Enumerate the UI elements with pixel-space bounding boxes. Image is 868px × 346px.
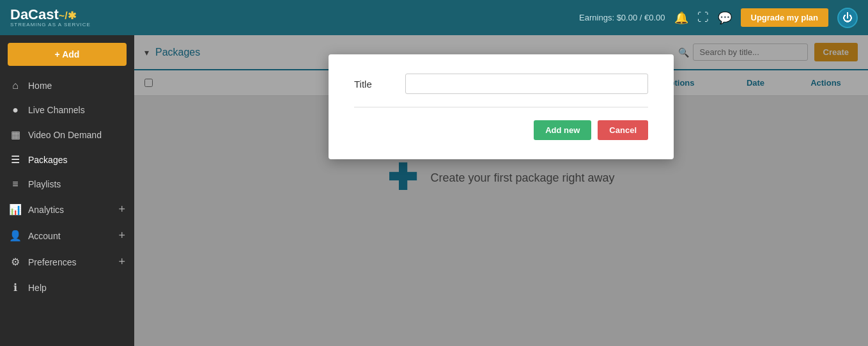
modal-overlay: Title Add new Cancel [134,35,868,346]
analytics-icon: 📊 [9,203,22,216]
help-icon: ℹ [9,281,22,294]
account-icon: 👤 [9,230,22,242]
sidebar-label-preferences: Preferences [28,257,118,267]
logo-area: DaCast~/✱ STREAMING AS A SERVICE [10,8,91,28]
layout: + Add ⌂ Home ● Live Channels ▦ Video On … [0,35,868,346]
upgrade-button[interactable]: Upgrade my plan [741,8,828,27]
sidebar-label-account: Account [28,231,118,241]
add-button[interactable]: + Add [8,43,127,66]
header: DaCast~/✱ STREAMING AS A SERVICE Earning… [0,0,868,35]
live-channels-icon: ● [9,104,22,116]
sidebar-label-home: Home [28,81,125,91]
sidebar-item-home[interactable]: ⌂ Home [0,74,134,98]
modal-divider [354,107,648,107]
sidebar-item-video-on-demand[interactable]: ▦ Video On Demand [0,122,134,147]
sidebar-label-vod: Video On Demand [28,130,125,140]
sidebar-item-packages[interactable]: ☰ Packages [0,147,134,172]
logo: DaCast~/✱ [10,8,91,22]
sidebar-item-preferences[interactable]: ⚙ Preferences + [0,249,134,275]
home-icon: ⌂ [9,80,22,91]
modal-title-row: Title [354,74,648,94]
bell-icon[interactable]: 🔔 [674,11,688,25]
logo-subtitle: STREAMING AS A SERVICE [10,22,91,28]
sidebar-label-packages: Packages [28,155,125,165]
account-expand-icon[interactable]: + [118,229,125,242]
power-icon: ⏻ [842,12,853,24]
power-button[interactable]: ⏻ [837,8,858,28]
playlists-icon: ≡ [9,178,22,190]
sidebar-item-playlists[interactable]: ≡ Playlists [0,172,134,196]
modal-dialog: Title Add new Cancel [329,54,674,159]
modal-actions: Add new Cancel [354,120,648,140]
chat-icon[interactable]: 💬 [718,11,732,25]
sidebar-item-live-channels[interactable]: ● Live Channels [0,98,134,122]
fullscreen-icon[interactable]: ⛶ [697,11,709,24]
sidebar: + Add ⌂ Home ● Live Channels ▦ Video On … [0,35,134,346]
preferences-expand-icon[interactable]: + [118,255,125,269]
modal-title-label: Title [354,79,405,90]
modal-title-input[interactable] [405,74,648,94]
sidebar-label-analytics: Analytics [28,205,118,215]
sidebar-label-playlists: Playlists [28,179,125,189]
sidebar-label-help: Help [28,283,125,293]
vod-icon: ▦ [9,129,22,141]
cancel-button[interactable]: Cancel [598,120,648,140]
earnings-text: Earnings: $0.00 / €0.00 [579,13,665,22]
sidebar-item-help[interactable]: ℹ Help [0,275,134,300]
header-right: Earnings: $0.00 / €0.00 🔔 ⛶ 💬 Upgrade my… [579,8,858,28]
sidebar-label-live-channels: Live Channels [28,105,125,115]
preferences-icon: ⚙ [9,256,22,268]
main-content: ▾ Packages 🔍 Create Options Date Actions… [134,35,868,346]
analytics-expand-icon[interactable]: + [118,203,125,216]
sidebar-item-analytics[interactable]: 📊 Analytics + [0,196,134,223]
add-new-button[interactable]: Add new [534,120,591,140]
sidebar-item-account[interactable]: 👤 Account + [0,223,134,249]
packages-icon: ☰ [9,153,22,166]
